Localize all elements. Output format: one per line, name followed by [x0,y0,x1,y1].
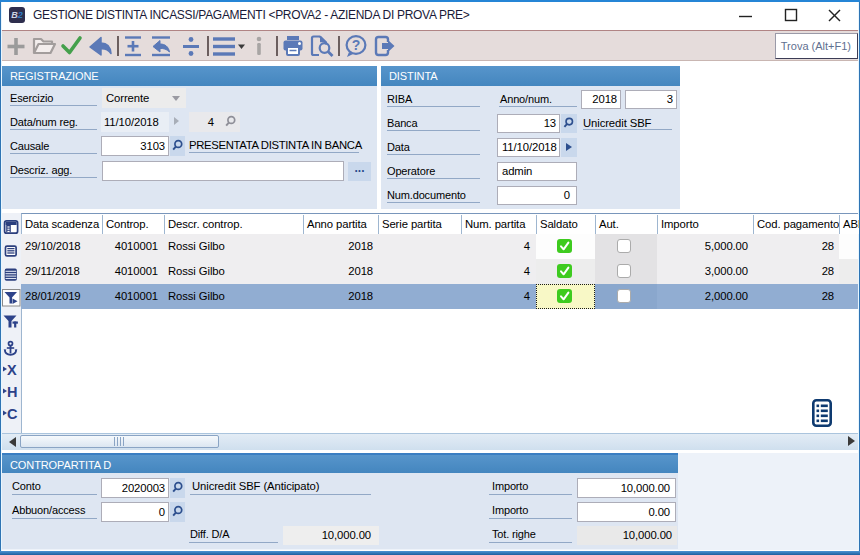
svg-text:X: X [7,362,17,378]
svg-text:?: ? [352,37,361,53]
svg-text:C: C [7,406,18,422]
svg-text:H: H [7,384,17,400]
